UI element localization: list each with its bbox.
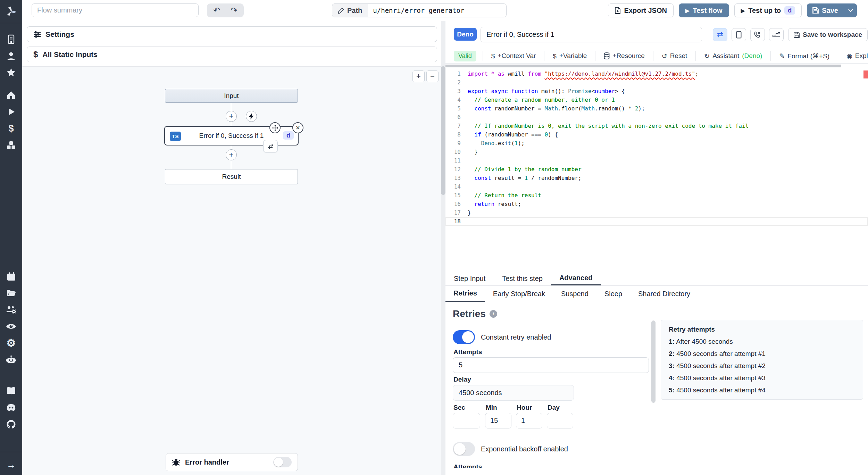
toolbar-horizontal-scrollbar[interactable] xyxy=(445,65,841,67)
code-line[interactable]: 6 xyxy=(445,113,868,122)
code-line[interactable]: 11 xyxy=(445,156,868,165)
settings-gear-icon[interactable]: ⚙ xyxy=(0,335,22,351)
panel-scrollbar-thumb[interactable] xyxy=(441,66,445,195)
code-line[interactable]: 5 const randomNumber = Math.floor(Math.r… xyxy=(445,104,868,113)
export-json-button[interactable]: Export JSON xyxy=(608,3,674,17)
workspace-building-icon[interactable] xyxy=(0,31,22,48)
delay-input[interactable] xyxy=(453,385,574,401)
flow-summary-input[interactable] xyxy=(32,3,199,17)
trigger-bolt-button[interactable] xyxy=(246,111,257,122)
flow-node-input[interactable]: Input xyxy=(165,89,298,103)
subtab-suspend[interactable]: Suspend xyxy=(553,285,596,302)
zoom-out-button[interactable]: − xyxy=(426,70,439,82)
add-variable-button[interactable]: $ +Variable xyxy=(544,51,595,61)
code-line[interactable]: 13 const result = 1 / randomNumber; xyxy=(445,174,868,182)
hour-input[interactable] xyxy=(516,413,542,428)
test-up-to-button[interactable]: ▶ Test up to d xyxy=(734,3,802,17)
assistant-button[interactable]: ↻ Assistant (Deno) xyxy=(695,51,770,61)
zoom-in-button[interactable]: + xyxy=(412,70,425,82)
groups-users-gear-icon[interactable] xyxy=(0,301,22,318)
workers-robot-icon[interactable] xyxy=(0,351,22,368)
favorites-star-icon[interactable] xyxy=(0,64,22,81)
tab-test-this-step[interactable]: Test this step xyxy=(494,272,551,285)
subtab-retries[interactable]: Retries xyxy=(445,285,485,302)
folders-icon[interactable] xyxy=(0,285,22,301)
schedules-calendar-icon[interactable] xyxy=(0,268,22,285)
export-file-icon xyxy=(615,7,621,14)
error-handler-card[interactable]: Error handler xyxy=(166,453,298,471)
content-vertical-scrollbar[interactable] xyxy=(651,320,656,403)
discord-icon[interactable] xyxy=(0,399,22,416)
webhook-phone-button[interactable] xyxy=(750,28,765,41)
flow-node-result[interactable]: Result xyxy=(165,169,298,184)
path-input[interactable] xyxy=(368,3,507,17)
subtab-sleep[interactable]: Sleep xyxy=(596,285,630,302)
code-line[interactable]: 10 } xyxy=(445,148,868,156)
route-icon xyxy=(773,32,780,38)
variables-dollar-icon[interactable]: $ xyxy=(0,120,22,137)
min-input[interactable] xyxy=(485,413,511,428)
add-step-button[interactable]: + xyxy=(226,149,237,160)
save-to-workspace-button[interactable]: Save to workspace xyxy=(788,28,868,41)
redo-button[interactable]: ↷ xyxy=(225,3,243,17)
delete-step-button[interactable]: × xyxy=(292,122,303,133)
format-button[interactable]: ✎ Format (⌘+S) xyxy=(770,51,838,61)
code-line[interactable]: 16 return result; xyxy=(445,200,868,208)
resources-boxes-icon[interactable] xyxy=(0,137,22,153)
add-resource-button[interactable]: +Resource xyxy=(595,51,653,61)
step-name-input[interactable] xyxy=(481,27,702,42)
subtab-early-stop[interactable]: Early Stop/Break xyxy=(485,285,553,302)
flow-canvas[interactable]: + − Input + TS Error if 0, Success if 1 … xyxy=(22,66,441,475)
add-context-var-button[interactable]: $ +Context Var xyxy=(483,51,544,61)
code-editor[interactable]: 1import * as wmill from "https://deno.la… xyxy=(445,68,868,272)
save-button[interactable]: Save xyxy=(807,3,844,17)
tab-advanced[interactable]: Advanced xyxy=(551,272,601,285)
retry-attempts-preview: Retry attempts 1: After 4500 seconds2: 4… xyxy=(661,320,863,400)
collapse-arrow-right-icon[interactable]: → xyxy=(0,455,22,475)
github-icon[interactable] xyxy=(0,416,22,433)
subtab-shared-directory[interactable]: Shared Directory xyxy=(630,285,698,302)
code-line[interactable]: 8 if (randomNumber === 0) { xyxy=(445,130,868,139)
all-static-inputs-button[interactable]: $ All Static Inputs xyxy=(27,47,437,62)
code-line[interactable]: 7 // If randomNumber is 0, exit the scri… xyxy=(445,122,868,130)
audit-eye-icon[interactable] xyxy=(0,318,22,335)
panel-layout-button[interactable] xyxy=(732,28,746,41)
sec-input[interactable] xyxy=(453,413,480,428)
code-line[interactable]: 1import * as wmill from "https://deno.la… xyxy=(445,69,868,78)
save-dropdown-button[interactable] xyxy=(844,3,857,17)
home-icon[interactable] xyxy=(0,87,22,103)
info-icon[interactable]: i xyxy=(490,310,497,318)
day-input[interactable] xyxy=(547,413,573,428)
tab-step-input[interactable]: Step Input xyxy=(445,272,494,285)
code-line[interactable]: 4 // Generate a random number, either 0 … xyxy=(445,95,868,104)
attempts-input[interactable] xyxy=(453,357,649,373)
add-step-button[interactable]: + xyxy=(226,111,237,122)
explore-scripts-button[interactable]: ◉ Explore other s xyxy=(838,51,868,61)
code-line[interactable]: 15 // Return the result xyxy=(445,191,868,200)
exponential-backoff-toggle[interactable] xyxy=(453,442,475,456)
user-icon[interactable] xyxy=(0,48,22,64)
flow-settings-button[interactable]: Settings xyxy=(27,26,437,42)
test-flow-button[interactable]: ▶ Test flow xyxy=(679,3,729,17)
sync-button[interactable]: ⇄ xyxy=(713,28,727,41)
path-edit-button[interactable]: Path xyxy=(332,3,368,17)
code-line[interactable]: 2 xyxy=(445,78,868,87)
runs-play-icon[interactable] xyxy=(0,103,22,120)
move-step-handle[interactable] xyxy=(269,122,281,133)
reset-button[interactable]: ↺ Reset xyxy=(653,51,696,61)
swap-step-button[interactable] xyxy=(263,140,278,152)
code-line[interactable]: 17} xyxy=(445,208,868,217)
windmill-logo-icon[interactable] xyxy=(0,0,22,23)
close-icon: × xyxy=(296,124,300,132)
constant-retry-toggle[interactable] xyxy=(453,330,475,344)
docs-book-icon[interactable] xyxy=(0,383,22,399)
schedule-route-button[interactable] xyxy=(769,28,784,41)
code-line[interactable]: 3export async function main(): Promise<n… xyxy=(445,87,868,95)
error-handler-toggle[interactable] xyxy=(273,457,292,467)
code-line[interactable]: 9 Deno.exit(1); xyxy=(445,139,868,148)
assistant-label: Assistant xyxy=(712,52,739,60)
code-line[interactable]: 12 // Divide 1 by the random number xyxy=(445,165,868,174)
undo-button[interactable]: ↶ xyxy=(208,3,225,17)
code-line[interactable]: 14 xyxy=(445,182,868,191)
code-line[interactable]: 18 xyxy=(445,217,868,226)
